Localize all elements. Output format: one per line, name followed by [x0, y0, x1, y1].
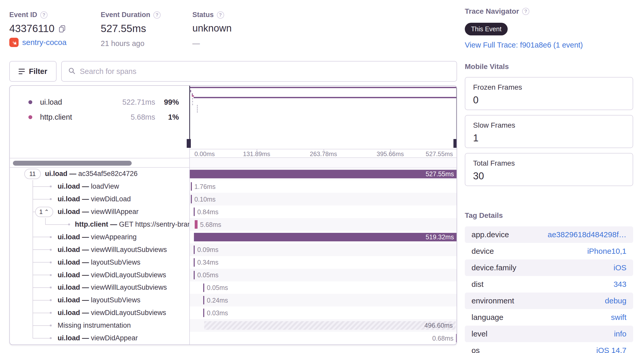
span-duration-bar[interactable] — [203, 296, 204, 304]
span-tree-row[interactable]: ui.load — loadView — [10, 180, 189, 193]
legend-op-duration: 522.71ms — [111, 98, 155, 106]
tag-key: level — [472, 329, 614, 338]
span-bar-row[interactable]: 0.24ms — [190, 294, 457, 306]
span-duration-label: 0.05ms — [197, 271, 218, 279]
span-duration-label: 0.10ms — [194, 195, 216, 203]
span-description: Missing instrumentation — [10, 321, 131, 329]
span-duration-bar[interactable] — [456, 334, 457, 342]
span-children-pill[interactable]: 11 — [24, 169, 41, 179]
view-full-trace-link[interactable]: View Full Trace: f901a8e6 (1 event) — [465, 41, 583, 49]
span-tree-row[interactable]: 1⌃ui.load — viewWillAppear — [10, 205, 189, 218]
tag-value-link[interactable]: info — [614, 329, 626, 338]
span-bar-row[interactable]: 527.55ms — [190, 168, 457, 180]
span-tree-row[interactable]: http.client — GET https://sentry-brand.s… — [10, 218, 189, 231]
ops-breakdown: ui.load522.71ms99%http.client5.68ms1% — [10, 86, 189, 158]
span-duration-bar[interactable]: 527.55ms — [190, 170, 457, 178]
span-tree-row[interactable]: ui.load — viewDidAppear — [10, 332, 189, 344]
span-duration-bar[interactable] — [203, 283, 204, 292]
span-duration-bar[interactable] — [203, 309, 204, 317]
span-bar-row[interactable]: 519.32ms — [190, 231, 457, 243]
span-tree-row[interactable]: ui.load — viewDidLoad — [10, 193, 189, 205]
minimap-dashed-guide — [192, 98, 193, 105]
span-bar-row[interactable]: 0.68ms — [190, 332, 457, 344]
tag-key: environment — [472, 296, 605, 305]
span-duration-bar[interactable]: 519.32ms — [194, 233, 457, 241]
span-tree-row[interactable]: ui.load — viewWillLayoutSubviews — [10, 243, 189, 256]
span-bar-row[interactable]: 0.34ms — [190, 256, 457, 269]
span-duration-bar[interactable] — [195, 220, 198, 229]
span-bar-row[interactable]: 1.76ms — [190, 180, 457, 193]
legend-item[interactable]: ui.load522.71ms99% — [10, 95, 189, 110]
span-op: ui.load — [58, 233, 80, 241]
span-duration-bar[interactable] — [191, 195, 192, 203]
help-icon[interactable] — [522, 8, 529, 15]
span-duration-bar[interactable] — [194, 271, 195, 279]
span-name: viewDidLoad — [91, 195, 131, 203]
span-bar-row[interactable]: 496.60ms — [190, 319, 457, 332]
tag-value-link[interactable]: 343 — [614, 280, 626, 289]
tag-value-link[interactable]: ae3829618d484298f… — [548, 230, 626, 239]
minimap-left-handle[interactable] — [189, 86, 190, 148]
span-duration-bar[interactable]: 496.60ms — [204, 321, 456, 330]
op-separator: — — [80, 258, 91, 266]
tree-guide-dot — [50, 299, 52, 301]
span-bar-row[interactable]: 5.68ms — [190, 218, 457, 231]
span-bar-row[interactable]: 0.05ms — [190, 269, 457, 281]
span-tree-row[interactable]: ui.load — layoutSubViews — [10, 294, 189, 306]
help-icon[interactable] — [217, 11, 224, 19]
vital-value: 1 — [473, 133, 625, 144]
copy-icon[interactable] — [58, 24, 66, 35]
minimap-left-handle[interactable] — [187, 139, 191, 148]
tag-value-link[interactable]: swift — [611, 313, 626, 322]
trace-minimap[interactable] — [190, 86, 457, 149]
project-link[interactable]: sentry-cocoa — [22, 38, 67, 47]
tag-value-link[interactable]: debug — [605, 296, 626, 305]
axis-tick-mark — [390, 149, 391, 151]
tree-guide-dot — [68, 224, 70, 225]
span-tree-row[interactable]: ui.load — viewAppearing — [10, 231, 189, 243]
tree-scrollbar[interactable] — [13, 161, 132, 166]
span-description: ui.load — loadView — [10, 182, 119, 190]
tag-value-link[interactable]: iOS — [614, 263, 626, 272]
span-bar-row[interactable]: 0.05ms — [190, 281, 457, 294]
span-tree-row[interactable]: ui.load — viewWillLayoutSubviews — [10, 281, 189, 294]
span-bar-row[interactable]: 0.10ms — [190, 193, 457, 205]
op-separator: — — [80, 296, 91, 304]
help-icon[interactable] — [153, 11, 161, 19]
status-label: Status — [192, 11, 224, 19]
help-icon[interactable] — [40, 11, 48, 19]
tag-key: device.family — [472, 263, 614, 272]
filter-button[interactable]: Filter — [9, 61, 57, 82]
legend-item[interactable]: http.client5.68ms1% — [10, 110, 189, 125]
legend-op-duration: 5.68ms — [111, 113, 155, 121]
span-duration-bar[interactable] — [194, 208, 195, 216]
span-op: ui.load — [58, 246, 80, 254]
bars-header-strip — [190, 158, 457, 168]
event-duration-value: 527.55ms — [101, 23, 146, 34]
span-tree-row[interactable]: 11ui.load — ac354af5e82c4726 — [10, 168, 189, 180]
span-tree-row[interactable]: ui.load — layoutSubViews — [10, 256, 189, 269]
span-tree-row[interactable]: Missing instrumentation — [10, 319, 189, 332]
tag-value-link[interactable]: iPhone10,1 — [587, 247, 626, 256]
span-duration-bar[interactable] — [194, 258, 195, 267]
span-children-pill[interactable]: 1⌃ — [35, 207, 53, 217]
span-tree-row[interactable]: ui.load — viewDidLayoutSubviews — [10, 269, 189, 281]
span-bar-row[interactable]: 0.09ms — [190, 243, 457, 256]
minimap-right-handle[interactable] — [453, 139, 457, 148]
span-tree-pane: ui.load522.71ms99%http.client5.68ms1% 11… — [10, 86, 190, 344]
filter-icon — [19, 69, 25, 74]
span-bar-row[interactable]: 0.03ms — [190, 306, 457, 319]
tag-value-link[interactable]: iOS 14.7 — [596, 346, 626, 353]
span-bar-row[interactable]: 0.84ms — [190, 205, 457, 218]
tree-guide-line — [45, 218, 46, 224]
search-input[interactable] — [80, 67, 450, 76]
span-duration-label: 0.09ms — [197, 246, 218, 254]
span-op: ui.load — [58, 195, 80, 203]
status-sub: — — [192, 39, 200, 48]
span-op: ui.load — [58, 334, 80, 342]
span-duration-label: 527.55ms — [426, 170, 454, 178]
span-duration-bar[interactable] — [191, 182, 192, 191]
span-tree-row[interactable]: ui.load — viewDidLayoutSubviews — [10, 306, 189, 319]
span-duration-bar[interactable] — [194, 245, 195, 254]
minimap-right-handle[interactable] — [456, 86, 457, 148]
